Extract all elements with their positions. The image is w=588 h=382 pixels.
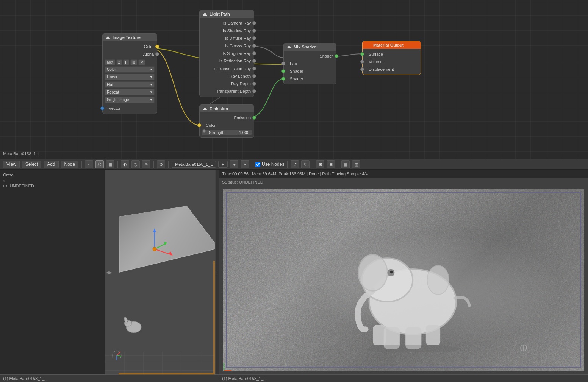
toolbar-icon-world[interactable]: ◎	[131, 160, 140, 168]
toolbar-f-btn[interactable]: F	[218, 161, 228, 168]
ms-output-socket[interactable]	[335, 54, 338, 58]
node-editor-label: MetalBare0158_1_L	[3, 151, 41, 156]
toolbar-icon-sync2[interactable]: ↻	[301, 160, 310, 168]
node-light-path-title: Light Path	[210, 12, 230, 16]
toolbar-icon-sync[interactable]: ↺	[291, 160, 299, 168]
alpha-output-socket[interactable]	[155, 52, 159, 56]
em-strength-value: 1.000	[239, 130, 249, 135]
toolbar-select-btn[interactable]: Select	[22, 161, 41, 168]
use-nodes-input[interactable]	[255, 162, 260, 167]
lp-row-2: Is Diffuse Ray	[200, 34, 254, 42]
node-emission[interactable]: Emission Emission Color Strength: 1.000	[199, 104, 254, 138]
toolbar-icon-sphere[interactable]: ○	[85, 160, 93, 168]
ms-shader1-socket[interactable]	[281, 69, 285, 73]
node-material-output[interactable]: Material Output Surface Volume Displacem…	[362, 41, 421, 75]
lp-socket-0[interactable]	[252, 21, 256, 25]
repeat-label: Repeat	[107, 90, 119, 94]
strip-panel: ⋮	[215, 170, 219, 374]
toolbar: View Select Add Node ○ ⬡ ▦ ◐ ◎ ✎ ⊙ Metal…	[0, 159, 588, 170]
toolbar-icon-frame2[interactable]: ⊟	[327, 160, 335, 168]
em-out-label: Emission	[234, 115, 251, 120]
toolbar-icon-frame[interactable]: ⊞	[316, 160, 324, 168]
ms-fac-in: Fac	[284, 60, 336, 67]
ctrl-linear-dropdown[interactable]: Linear ▼	[105, 74, 155, 80]
em-strength-socket[interactable]	[203, 129, 206, 133]
ms-shader2-socket[interactable]	[281, 77, 285, 81]
lp-socket-5[interactable]	[252, 59, 256, 63]
lp-socket-1[interactable]	[252, 29, 256, 33]
lp-out-1: Is Shadow Ray	[223, 28, 251, 33]
ctrl-repeat-dropdown[interactable]: Repeat ▼	[105, 89, 155, 95]
node-row-color-out: Color	[103, 43, 157, 50]
lp-row-8: Ray Depth	[200, 80, 254, 87]
toolbar-icon-layout[interactable]: ▤	[341, 160, 350, 168]
lp-socket-7[interactable]	[252, 74, 256, 78]
ms-fac-socket[interactable]	[281, 62, 285, 65]
ms-shader2-in: Shader	[284, 75, 336, 83]
linear-label: Linear	[107, 75, 117, 79]
vp-pan-handle[interactable]: ◀▶	[106, 270, 112, 274]
toolbar-icon-nodes[interactable]: ⬡	[95, 160, 104, 168]
render-elephant-svg	[313, 207, 512, 352]
left-info-panel: Ortho s us: UNDEFINED	[0, 170, 105, 374]
toolbar-material-name[interactable]: MetalBare0158_1_L	[172, 161, 216, 168]
node-material-output-title: Material Output	[373, 43, 404, 47]
toolbar-node-btn[interactable]: Node	[61, 161, 79, 168]
mo-volume-label: Volume	[369, 59, 383, 64]
vector-input-socket[interactable]	[100, 106, 104, 110]
toolbar-icon-grid[interactable]: ▦	[106, 160, 114, 168]
toolbar-use-nodes-checkbox[interactable]: Use Nodes	[255, 162, 284, 167]
lp-out-0: Is Camera Ray	[223, 21, 251, 25]
lp-socket-4[interactable]	[252, 51, 256, 55]
toolbar-icon-layout2[interactable]: ▥	[352, 160, 360, 168]
node-mix-shader-title: Mix Shader	[294, 45, 316, 49]
mo-volume-socket[interactable]	[360, 60, 364, 64]
lp-socket-2[interactable]	[252, 36, 256, 40]
toolbar-add-btn[interactable]: Add	[44, 161, 58, 168]
render-image	[223, 189, 584, 371]
mo-displacement-socket[interactable]	[360, 67, 364, 71]
ctrl-flat-dropdown[interactable]: Flat ▼	[105, 81, 155, 88]
toolbar-icon-circle[interactable]: ⊙	[157, 160, 165, 168]
lp-socket-9[interactable]	[252, 89, 256, 93]
ctrl-x-btn[interactable]: ✕	[138, 59, 145, 65]
ctrl-2-btn[interactable]: 2	[116, 59, 122, 65]
lp-row-7: Ray Length	[200, 72, 254, 80]
ctrl-f-btn[interactable]: F	[123, 59, 129, 65]
viewport-3d[interactable]: ◀▶	[105, 170, 215, 374]
toolbar-view-btn[interactable]: View	[3, 161, 20, 168]
node-light-path[interactable]: Light Path Is Camera Ray Is Shadow Ray I…	[199, 10, 254, 97]
svg-point-27	[390, 271, 393, 274]
node-image-texture[interactable]: Image Texture Color Alpha Met 2 F ⊞ ✕	[102, 33, 157, 114]
mo-surface-socket[interactable]	[360, 52, 364, 56]
repeat-arrow: ▼	[150, 90, 153, 94]
lp-out-6: Is Transmission Ray	[213, 66, 251, 71]
lp-socket-3[interactable]	[252, 44, 256, 48]
svg-marker-13	[164, 242, 167, 245]
ctrl-color-dropdown[interactable]: Color ▼	[105, 66, 155, 73]
svg-point-25	[358, 254, 387, 291]
toolbar-icon-plus[interactable]: ＋	[230, 160, 238, 168]
toolbar-icon-mat[interactable]: ◐	[121, 160, 129, 168]
ctrl-source-dropdown[interactable]: Single Image ▼	[105, 97, 155, 103]
svg-rect-31	[372, 325, 385, 345]
lp-socket-6[interactable]	[252, 67, 256, 70]
toolbar-icon-pencil[interactable]: ✎	[142, 160, 150, 168]
color-output-socket[interactable]	[155, 45, 159, 48]
bottom-bar-right: (1) MetalBare0158_1_L	[219, 376, 588, 381]
em-color-socket[interactable]	[197, 123, 201, 127]
svg-rect-30	[425, 325, 440, 345]
lp-out-8: Ray Depth	[231, 81, 251, 86]
node-row-vector-in: Vector	[103, 104, 157, 112]
lp-socket-8[interactable]	[252, 82, 256, 86]
vp-axis-indicator	[109, 348, 124, 363]
ctrl-met-btn[interactable]: Met	[105, 59, 115, 65]
em-output-socket[interactable]	[252, 116, 256, 120]
svg-marker-11	[168, 251, 173, 256]
strip-handle[interactable]: ⋮	[215, 270, 219, 274]
toolbar-icon-minus[interactable]: ✕	[241, 160, 249, 168]
ms-shader1-label: Shader	[290, 69, 303, 73]
node-mix-shader[interactable]: Mix Shader Shader Fac Shader Shader	[283, 43, 336, 84]
ctrl-grid-btn[interactable]: ⊞	[130, 59, 137, 65]
mo-surface-label: Surface	[369, 52, 383, 56]
